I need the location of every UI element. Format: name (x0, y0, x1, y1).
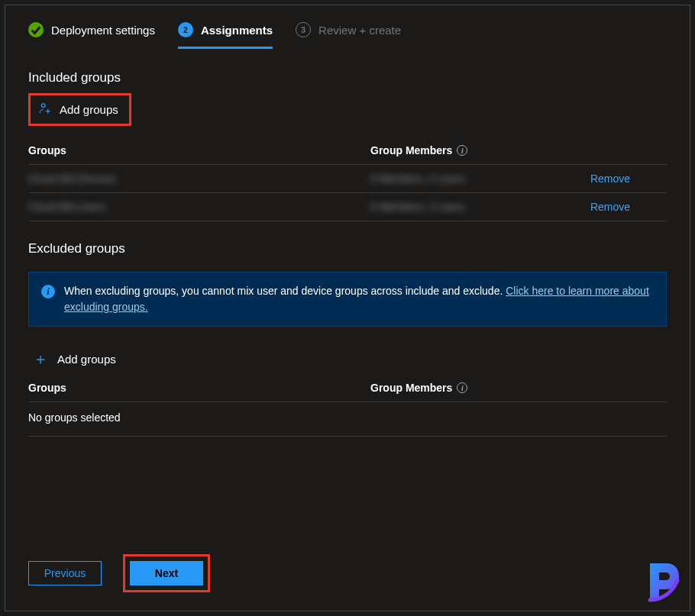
wizard-stepper: Deployment settings 2 Assignments 3 Revi… (5, 5, 690, 49)
group-name-cell: Cloud MA Users (28, 201, 370, 213)
column-header-members: Group Members i (370, 144, 554, 156)
group-members-cell: 0 Members, 0 users (370, 173, 554, 185)
column-header-members: Group Members i (370, 382, 554, 394)
add-groups-excluded-button[interactable]: ＋ Add groups (28, 340, 121, 374)
remove-link[interactable]: Remove (590, 201, 630, 213)
watermark-logo (636, 557, 685, 606)
group-name-cell: Cloud MA Devices (28, 173, 370, 185)
add-groups-included-button[interactable]: Add groups (31, 95, 129, 124)
step-review-create[interactable]: 3 Review + create (296, 22, 401, 49)
add-groups-label: Add groups (60, 103, 118, 116)
step-deployment-settings[interactable]: Deployment settings (28, 22, 155, 49)
table-row: Cloud MA Devices 0 Members, 0 users Remo… (28, 165, 667, 193)
info-icon[interactable]: i (457, 145, 467, 156)
info-icon[interactable]: i (457, 382, 467, 393)
column-header-groups: Groups (28, 382, 370, 394)
included-groups-heading: Included groups (28, 70, 667, 85)
step-label: Deployment settings (51, 24, 155, 37)
info-icon: i (41, 285, 55, 298)
next-button[interactable]: Next (130, 561, 203, 585)
step-number-icon: 2 (178, 22, 193, 37)
excluded-groups-heading: Excluded groups (28, 241, 667, 256)
included-groups-table: Groups Group Members i Cloud MA Devices … (28, 137, 667, 221)
info-text: When excluding groups, you cannot mix us… (64, 285, 506, 297)
plus-icon: ＋ (33, 351, 48, 366)
step-label: Review + create (318, 24, 401, 37)
svg-point-0 (41, 104, 45, 108)
person-add-icon (38, 102, 52, 118)
group-members-cell: 0 Members, 0 users (370, 201, 554, 213)
step-label: Assignments (201, 24, 273, 37)
step-assignments[interactable]: 2 Assignments (178, 22, 273, 49)
annotation-highlight: Add groups (28, 93, 131, 126)
remove-link[interactable]: Remove (590, 173, 630, 185)
previous-button[interactable]: Previous (28, 561, 102, 585)
empty-state-text: No groups selected (28, 402, 667, 437)
add-groups-label: Add groups (57, 353, 116, 366)
check-icon (28, 22, 44, 37)
wizard-footer: Previous Next (28, 554, 210, 592)
excluded-groups-table: Groups Group Members i No groups selecte… (28, 374, 667, 437)
table-row: Cloud MA Users 0 Members, 0 users Remove (28, 193, 667, 221)
column-header-groups: Groups (28, 144, 370, 156)
info-message: i When excluding groups, you cannot mix … (28, 272, 667, 327)
step-number-icon: 3 (296, 22, 311, 37)
annotation-highlight: Next (123, 554, 210, 592)
